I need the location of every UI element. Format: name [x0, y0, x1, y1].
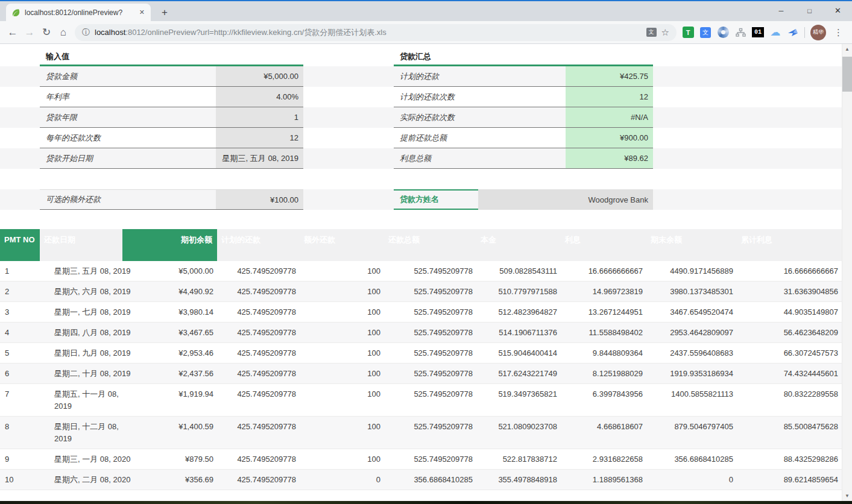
scroll-down-icon[interactable]: ▼ [842, 491, 852, 501]
cell-date: 星期二, 十月 08, 2019 [40, 364, 122, 384]
tab-title: localhost:8012/onlinePreview? [25, 8, 134, 17]
bookmark-star-icon[interactable]: ☆ [661, 27, 669, 38]
cell-principal: 512.4823964827 [476, 302, 561, 323]
cell-date: 星期一, 七月 08, 2019 [40, 302, 122, 323]
bird-extension-icon[interactable] [787, 27, 799, 39]
summary-label: 实际的还款次数 [394, 107, 566, 127]
header-pmt-no: PMT NO [0, 229, 40, 261]
cell-principal: 515.9046400414 [476, 343, 561, 364]
cell-extra: 100 [300, 343, 384, 364]
cell-extra: 100 [300, 384, 384, 417]
summary-label: 计划的还款 [394, 66, 566, 86]
cell-date: 星期六, 六月 08, 2019 [40, 282, 122, 302]
cell-principal: 355.4978848918 [476, 470, 561, 490]
cell-date: 星期六, 二月 08, 2020 [40, 470, 122, 490]
cell-total: 525.7495209778 [384, 282, 476, 302]
cell-extra: 100 [300, 282, 384, 302]
profile-avatar[interactable]: 精华 [810, 25, 826, 40]
cell-scheduled: 425.7495209778 [217, 282, 300, 302]
input-label: 每年的还款次数 [40, 128, 216, 148]
cell-extra: 100 [300, 449, 384, 470]
amortization-row: 3星期一, 七月 08, 2019¥3,980.14425.7495209778… [0, 302, 842, 323]
cell-scheduled: 425.7495209778 [217, 364, 300, 384]
back-icon[interactable]: ← [4, 24, 21, 41]
cell-interest: 11.5588498402 [561, 323, 646, 343]
cell-cum: 56.4623648209 [737, 323, 842, 343]
sheet-row: 年利率4.00% 计划的还款次数12 [0, 87, 842, 107]
amortization-table: PMT NO 还款日期 期初余额 计划的还款 额外还款 还款总额 本金 利息 期… [0, 229, 842, 490]
cell-total: 525.7495209778 [384, 449, 476, 470]
cell-total: 525.7495209778 [384, 384, 476, 417]
cell-scheduled: 425.7495209778 [217, 417, 300, 449]
cloud-extension-icon[interactable]: ☁ [771, 27, 781, 37]
cell-scheduled: 425.7495209778 [217, 384, 300, 417]
translate-page-icon[interactable]: 文 [646, 28, 657, 37]
amortization-body: 1星期三, 五月 08, 2019¥5,000.00425.7495209778… [0, 261, 842, 490]
tab-close-icon[interactable]: ✕ [138, 8, 146, 16]
cell-pmt: 4 [0, 323, 40, 343]
cell-end: 356.6868410285 [646, 449, 737, 470]
cell-total: 525.7495209778 [384, 323, 476, 343]
sitemap-extension-icon[interactable] [734, 27, 746, 39]
close-button[interactable]: ✕ [824, 1, 852, 20]
menu-kebab-icon[interactable]: ⋮ [831, 27, 845, 38]
summary-value: ¥425.75 [566, 66, 653, 86]
scroll-up-icon[interactable]: ▲ [842, 44, 852, 54]
cell-pmt: 1 [0, 261, 40, 282]
sheet-row: 可选的额外还款¥100.00 贷款方姓名 Woodgrove Bank [0, 189, 842, 210]
cell-pmt: 9 [0, 449, 40, 470]
cell-interest: 8.1251988029 [561, 364, 646, 384]
cell-begin: ¥1,400.59 [122, 417, 217, 449]
cell-pmt: 6 [0, 364, 40, 384]
translate-extension-icon[interactable]: 文 [700, 27, 711, 38]
cell-cum: 89.6214859654 [737, 470, 842, 490]
browser-toolbar: ← → ↻ ⌂ ⓘ localhost:8012/onlinePreview?u… [0, 21, 852, 44]
header-cumulative-interest: 累计利息 [737, 229, 842, 261]
new-tab-button[interactable]: + [157, 5, 172, 20]
cell-cum: 66.3072457573 [737, 343, 842, 364]
cell-extra: 100 [300, 323, 384, 343]
amortization-row: 8星期日, 十二月 08, 2019¥1,400.59425.749520977… [0, 417, 842, 449]
cell-date: 星期日, 九月 08, 2019 [40, 343, 122, 364]
amortization-header-row: PMT NO 还款日期 期初余额 计划的还款 额外还款 还款总额 本金 利息 期… [0, 229, 842, 261]
minimize-button[interactable]: ─ [767, 1, 795, 20]
cell-pmt: 10 [0, 470, 40, 490]
amortization-row: 10星期六, 二月 08, 2020¥356.69425.74952097780… [0, 470, 842, 490]
cell-cum: 16.6666666667 [737, 261, 842, 282]
header-payment-date: 还款日期 [40, 229, 122, 261]
browser-tab[interactable]: localhost:8012/onlinePreview? ✕ [6, 4, 151, 21]
window-accent-line [0, 0, 852, 1]
sheet-top-section: 输入值 贷款汇总 贷款金额¥5,000.00 计划的还款¥425.75 年利率4… [0, 44, 842, 210]
url-text: localhost:8012/onlinePreview?url=http://… [95, 27, 642, 38]
header-extra-payment: 额外还款 [300, 229, 384, 261]
reload-icon[interactable]: ↻ [38, 24, 55, 41]
cell-scheduled: 425.7495209778 [217, 261, 300, 282]
forward-icon[interactable]: → [21, 24, 38, 41]
cell-cum: 85.5008475628 [737, 417, 842, 449]
header-total-payment: 还款总额 [384, 229, 476, 261]
badge-01-extension-icon[interactable]: 01 [752, 27, 764, 37]
maximize-button[interactable]: □ [795, 1, 824, 20]
cell-end: 1919.9353186934 [646, 364, 737, 384]
cell-scheduled: 425.7495209778 [217, 470, 300, 490]
cell-cum: 88.4325298286 [737, 449, 842, 470]
swirl-extension-icon[interactable] [718, 27, 729, 38]
cell-begin: ¥2,437.56 [122, 364, 217, 384]
cell-extra: 100 [300, 417, 384, 449]
input-value: 4.00% [216, 87, 303, 107]
cell-begin: ¥3,467.65 [122, 323, 217, 343]
shield-extension-icon[interactable]: T [683, 27, 694, 38]
address-bar[interactable]: ⓘ localhost:8012/onlinePreview?url=http:… [75, 24, 677, 41]
input-value: ¥100.00 [216, 190, 303, 209]
sheet-row-empty [0, 169, 842, 189]
url-host: localhost [95, 28, 125, 37]
cell-end: 2953.4642809097 [646, 323, 737, 343]
input-value: 星期三, 五月 08, 2019 [216, 148, 303, 168]
cell-begin: ¥4,490.92 [122, 282, 217, 302]
page-info-icon[interactable]: ⓘ [82, 27, 90, 38]
scrollbar-thumb[interactable] [842, 57, 852, 92]
cell-cum: 74.4324445601 [737, 364, 842, 384]
extension-cluster: T 文 01 ☁ 精华 ⋮ [680, 25, 848, 40]
lender-name-label: 贷款方姓名 [394, 189, 478, 210]
home-icon[interactable]: ⌂ [55, 24, 72, 41]
